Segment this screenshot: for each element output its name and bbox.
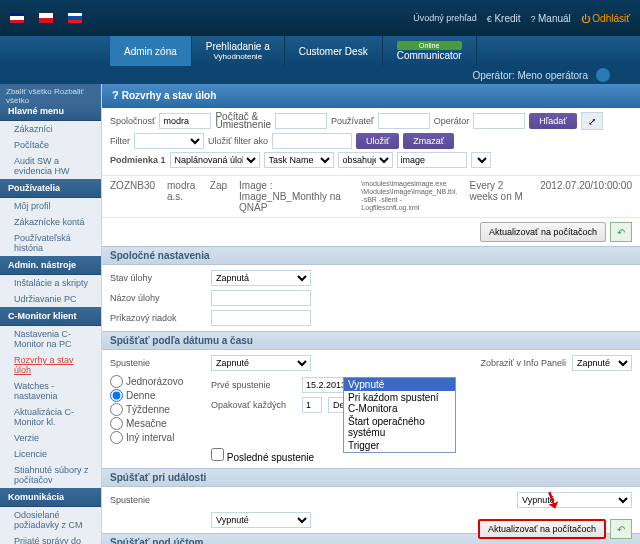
- sel-pod5[interactable]: [471, 152, 491, 168]
- si-inst[interactable]: Inštalácie a skripty: [0, 275, 101, 291]
- btn-akt1[interactable]: Aktualizovať na počítačoch: [480, 222, 606, 242]
- si-watch[interactable]: Watches - nastavenia: [0, 378, 101, 404]
- lbl-op: Operátor: [434, 116, 470, 126]
- si-zak[interactable]: Zákazníci: [0, 121, 101, 137]
- si-prij[interactable]: Prijaté správy do CM: [0, 533, 101, 544]
- r-tyzd[interactable]: Týždenne: [110, 403, 205, 416]
- sel-pod2[interactable]: Task Name: [264, 152, 334, 168]
- lbl-ulozf: Uložiť filter ako: [208, 136, 268, 146]
- lbl-opak: Opakovať každých: [211, 400, 296, 410]
- r-iny[interactable]: Iný interval: [110, 431, 205, 444]
- undo-icon[interactable]: ↶: [610, 222, 632, 242]
- inp-spol[interactable]: [159, 113, 211, 129]
- sect-udal: Spúšťať pri události: [102, 468, 640, 487]
- lbl-stav: Stav úlohy: [110, 273, 205, 283]
- si-lic[interactable]: Licencie: [0, 446, 101, 462]
- inp-naz[interactable]: [211, 290, 311, 306]
- dd-vyp[interactable]: Vypnuté: [344, 378, 455, 391]
- sect-datum: Spúšťať podľa dátumu a času: [102, 331, 640, 350]
- link-kredit[interactable]: € Kredit: [487, 13, 521, 24]
- lbl-sp3: Spustenie: [110, 495, 205, 505]
- inp-ulozf[interactable]: [272, 133, 352, 149]
- si-nast[interactable]: Nastavenia C-Monitor na PC: [0, 326, 101, 352]
- sel-pod1[interactable]: Naplánovaná úloha: [170, 152, 260, 168]
- flag-en[interactable]: [10, 13, 24, 23]
- dd-trig[interactable]: Trigger: [344, 439, 455, 452]
- page-title: ? Rozvrhy a stav úloh: [102, 84, 640, 108]
- undo-icon-2[interactable]: ↶: [610, 519, 632, 539]
- si-profil[interactable]: Môj profil: [0, 198, 101, 214]
- table-row[interactable]: ZOZNB30 modra a.s. Zap Image : Image_NB_…: [102, 175, 640, 218]
- sel-sp3[interactable]: Vypnuté: [211, 512, 311, 528]
- inp-pc[interactable]: [275, 113, 327, 129]
- si-verz[interactable]: Verzie: [0, 430, 101, 446]
- si-aktc[interactable]: Aktualizácia C-Monitor kl.: [0, 404, 101, 430]
- tab-comm[interactable]: OnlineCommunicator: [383, 36, 477, 66]
- r-mes[interactable]: Mesačne: [110, 417, 205, 430]
- lbl-pod: Podmienka 1: [110, 155, 166, 165]
- r-denne[interactable]: Denne: [110, 389, 205, 402]
- btn-zmaz[interactable]: Zmazať: [403, 133, 454, 149]
- sel-zob[interactable]: Zapnuté: [572, 355, 632, 371]
- lbl-filter: Filter: [110, 136, 130, 146]
- sh-cmon[interactable]: C-Monitor klient: [0, 307, 101, 326]
- si-konta[interactable]: Zákaznícke kontá: [0, 214, 101, 230]
- lbl-spol: Spoločnosť: [110, 116, 155, 126]
- sel-stav[interactable]: Zapnutá: [211, 270, 311, 286]
- inp-opak[interactable]: [302, 397, 322, 413]
- tab-prehl[interactable]: Prehliadanie aVyhodnotenie: [192, 36, 285, 66]
- operator-icon[interactable]: [596, 68, 610, 82]
- sel-sp3top[interactable]: Vypnuté: [517, 492, 632, 508]
- dd-spust[interactable]: Pri kaźdom spustení C-Monitora: [344, 391, 455, 415]
- btn-akt-final[interactable]: Aktualizovať na počítačoch: [478, 519, 606, 539]
- si-hist[interactable]: Používateľská história: [0, 230, 101, 256]
- dropdown-open: Vypnuté Pri kaźdom spustení C-Monitora Š…: [343, 377, 456, 453]
- tab-cd[interactable]: Customer Desk: [285, 36, 383, 66]
- si-udrz[interactable]: Udržiavanie PC: [0, 291, 101, 307]
- btn-uloz[interactable]: Uložiť: [356, 133, 399, 149]
- r-jedno[interactable]: Jednorázovo: [110, 375, 205, 388]
- lbl-naz: Názov úlohy: [110, 293, 205, 303]
- sh-kom[interactable]: Komunikácia: [0, 488, 101, 507]
- sh-admin[interactable]: Admin. nástroje: [0, 256, 101, 275]
- btn-hladat[interactable]: Hľadať: [529, 113, 577, 129]
- sel-sp2[interactable]: Zapnuté: [211, 355, 311, 371]
- link-uvod[interactable]: Úvodný prehľad: [413, 13, 477, 23]
- lbl-zob: Zobraziť v Info Paneli: [481, 358, 566, 368]
- lbl-prik: Príkazový riadok: [110, 313, 205, 323]
- link-logout[interactable]: ⏻ Odhlásiť: [581, 13, 630, 24]
- si-odos[interactable]: Odosielané požiadavky z CM: [0, 507, 101, 533]
- breadcrumb[interactable]: Zbaliť všetko Rozbaliť všetko: [0, 84, 101, 102]
- inp-prik[interactable]: [211, 310, 311, 326]
- sel-pod3[interactable]: obsahuje: [338, 152, 393, 168]
- operator-label: Operátor: Meno operátora: [472, 70, 588, 81]
- chk-posl[interactable]: Posledné spustenie: [211, 448, 314, 463]
- sel-filter[interactable]: [134, 133, 204, 149]
- expand-icon[interactable]: ⤢: [581, 112, 603, 130]
- link-manual[interactable]: ? Manuál: [531, 13, 571, 24]
- inp-op[interactable]: [473, 113, 525, 129]
- flag-cz[interactable]: [39, 13, 53, 23]
- sect-spol: Spoločné nastavenia: [102, 246, 640, 265]
- si-poc[interactable]: Počítače: [0, 137, 101, 153]
- si-stiah[interactable]: Stiahnuté súbory z počítačov: [0, 462, 101, 488]
- inp-pouz[interactable]: [378, 113, 430, 129]
- tab-admin[interactable]: Admin zóna: [110, 36, 192, 66]
- lbl-pc: Počítač &Umiestnenie: [215, 113, 271, 129]
- lbl-pouz: Používateľ: [331, 116, 374, 126]
- si-audit[interactable]: Audit SW a evidencia HW: [0, 153, 101, 179]
- dd-os[interactable]: Štart operačného systému: [344, 415, 455, 439]
- lbl-prve: Prvé spustenie: [211, 380, 296, 390]
- flag-sk[interactable]: [68, 13, 82, 23]
- si-rozvrhy[interactable]: Rozvrhy a stav úloh: [0, 352, 101, 378]
- inp-pod4[interactable]: [397, 152, 467, 168]
- lbl-sp2: Spustenie: [110, 358, 205, 368]
- sh-pouz[interactable]: Používatelia: [0, 179, 101, 198]
